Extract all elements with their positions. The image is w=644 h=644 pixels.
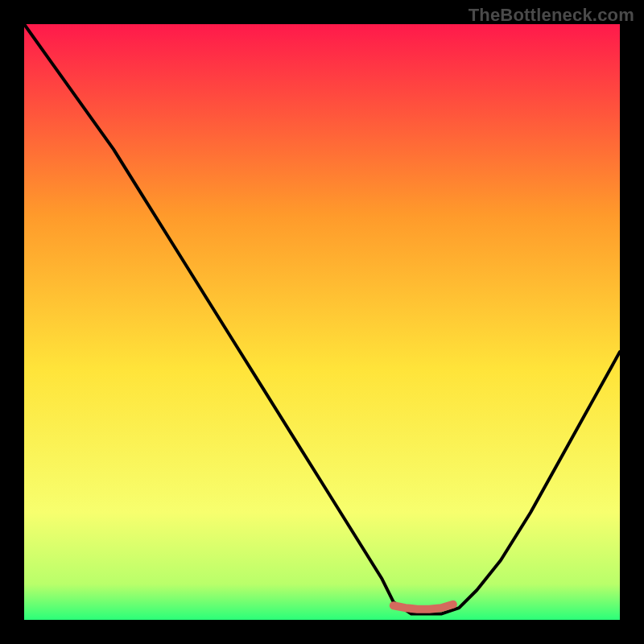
optimal-mark (394, 605, 453, 609)
bottleneck-curve (24, 24, 620, 614)
plot-area (24, 24, 620, 620)
chart-frame: TheBottleneck.com (0, 0, 644, 644)
curve-layer (24, 24, 620, 620)
watermark-text: TheBottleneck.com (469, 5, 634, 26)
